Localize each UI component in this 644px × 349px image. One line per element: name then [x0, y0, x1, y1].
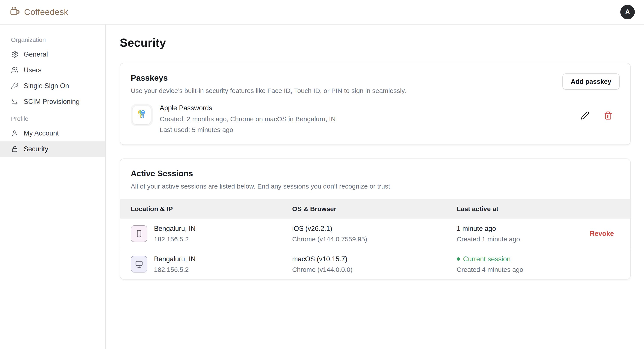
sidebar: OrganizationGeneralUsersSingle Sign OnSC…: [0, 24, 106, 349]
current-session-status: Current session: [457, 255, 565, 263]
sidebar-item-users[interactable]: Users: [0, 62, 105, 78]
column-header-os-browser: OS & Browser: [292, 205, 457, 213]
sidebar-item-general[interactable]: General: [0, 46, 105, 62]
brand-name: Coffeedesk: [24, 7, 68, 17]
passkeys-card: Passkeys Use your device’s built-in secu…: [120, 63, 630, 145]
users-icon: [11, 66, 18, 74]
session-os: iOS (v26.2.1): [292, 225, 457, 233]
session-ip: 182.156.5.2: [154, 266, 196, 273]
session-last-active: 1 minute ago: [457, 225, 565, 233]
brand-logo[interactable]: Coffeedesk: [9, 6, 68, 18]
session-browser: Chrome (v144.0.7559.95): [292, 235, 457, 243]
passkeys-description: Use your device’s built-in security feat…: [131, 87, 406, 94]
sidebar-item-label: SCIM Provisioning: [24, 98, 80, 106]
sidebar-section-label-organization: Organization: [11, 36, 105, 43]
column-header-last-active: Last active at: [457, 205, 565, 213]
sidebar-item-scim-provisioning[interactable]: SCIM Provisioning: [0, 94, 105, 110]
sidebar-item-security[interactable]: Security: [0, 141, 105, 157]
session-created: Created 4 minutes ago: [457, 266, 565, 273]
sidebar-item-label: My Account: [24, 129, 59, 137]
passkey-name: Apple Passwords: [160, 104, 580, 112]
session-browser: Chrome (v144.0.0.0): [292, 266, 457, 273]
status-label: Current session: [463, 255, 511, 263]
sidebar-item-label: General: [24, 50, 48, 58]
person-icon: [11, 130, 18, 137]
session-location: Bengaluru, IN: [154, 255, 196, 263]
sidebar-section-label-profile: Profile: [11, 115, 105, 122]
revoke-session-button[interactable]: Revoke: [590, 230, 614, 237]
passkeys-title: Passkeys: [131, 73, 406, 83]
add-passkey-button[interactable]: Add passkey: [562, 73, 620, 90]
delete-passkey-button[interactable]: [603, 110, 614, 121]
session-created: Created 1 minute ago: [457, 235, 565, 243]
sessions-table: Location & IP OS & Browser Last active a…: [120, 199, 630, 279]
sidebar-item-label: Users: [24, 66, 42, 74]
pencil-icon: [580, 117, 590, 121]
coffee-cup-icon: [9, 6, 20, 18]
user-avatar[interactable]: A: [620, 5, 635, 19]
sessions-table-header: Location & IP OS & Browser Last active a…: [120, 199, 630, 219]
lock-icon: [11, 145, 18, 153]
sessions-title: Active Sessions: [131, 169, 620, 178]
arrows-swap-icon: [11, 98, 18, 105]
active-sessions-card: Active Sessions All of your active sessi…: [120, 158, 630, 280]
main-content: Security Passkeys Use your device’s buil…: [106, 24, 644, 349]
topbar: Coffeedesk A: [0, 0, 644, 24]
sessions-description: All of your active sessions are listed b…: [131, 183, 620, 190]
session-row: Bengaluru, IN182.156.5.2iOS (v26.2.1)Chr…: [120, 219, 630, 249]
passkey-last-used-line: Last used: 5 minutes ago: [160, 126, 580, 133]
smartphone-icon: [131, 225, 148, 242]
session-ip: 182.156.5.2: [154, 235, 196, 243]
page-title: Security: [120, 36, 630, 49]
sidebar-item-label: Security: [24, 145, 48, 153]
trash-icon: [604, 117, 613, 121]
gear-icon: [11, 51, 18, 58]
sidebar-item-label: Single Sign On: [24, 82, 69, 90]
passkey-created-line: Created: 2 months ago, Chrome on macOS i…: [160, 115, 580, 123]
sidebar-item-single-sign-on[interactable]: Single Sign On: [0, 78, 105, 94]
key-icon: [11, 82, 18, 90]
status-dot-icon: [457, 257, 460, 261]
apple-passwords-icon: [131, 104, 153, 126]
session-row: Bengaluru, IN182.156.5.2macOS (v10.15.7)…: [120, 249, 630, 279]
passkey-item: Apple Passwords Created: 2 months ago, C…: [131, 104, 620, 133]
sidebar-item-my-account[interactable]: My Account: [0, 125, 105, 141]
session-os: macOS (v10.15.7): [292, 255, 457, 263]
edit-passkey-button[interactable]: [580, 110, 590, 121]
column-header-location: Location & IP: [131, 205, 292, 213]
monitor-icon: [131, 256, 148, 273]
session-location: Bengaluru, IN: [154, 225, 196, 233]
